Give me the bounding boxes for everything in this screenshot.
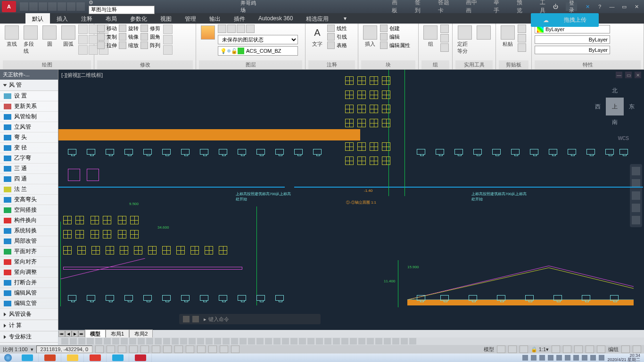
trim-icon[interactable] xyxy=(140,25,148,32)
otrack-icon[interactable] xyxy=(163,346,172,353)
offset-icon[interactable] xyxy=(163,45,173,55)
command-input[interactable]: 键入命令 xyxy=(208,316,229,323)
list-item[interactable]: 法 兰 xyxy=(0,184,58,195)
tab-insert[interactable]: 插入 xyxy=(50,13,74,24)
block-edit-icon[interactable] xyxy=(380,33,388,41)
qat-new-icon[interactable] xyxy=(20,2,28,11)
aux-icon[interactable] xyxy=(409,338,416,345)
sb-icon[interactable] xyxy=(520,346,528,353)
aux-icon[interactable] xyxy=(172,338,179,345)
tray-icon[interactable] xyxy=(599,355,604,361)
measure-button[interactable]: 定距等分 xyxy=(455,25,474,56)
list-item[interactable]: 平面对齐 xyxy=(0,247,58,257)
aux-icon[interactable] xyxy=(95,338,102,345)
app-tab[interactable]: 签到 xyxy=(415,0,425,15)
tray-icon[interactable] xyxy=(573,355,579,361)
lineweight-select[interactable]: ByLayer xyxy=(535,46,610,54)
aux-icon[interactable] xyxy=(358,338,365,345)
list-item[interactable]: 竖向对齐 xyxy=(0,257,58,267)
tray-icon[interactable] xyxy=(590,355,596,361)
taskbar-app[interactable] xyxy=(84,354,107,362)
list-item[interactable]: 三 通 xyxy=(0,164,58,174)
layer-lock-icon[interactable] xyxy=(237,25,245,33)
exchange-icon[interactable]: ✕ xyxy=(582,2,593,11)
array-icon[interactable] xyxy=(140,41,148,49)
paste-button[interactable]: 粘贴 xyxy=(499,25,517,49)
taskbar-app[interactable] xyxy=(39,354,61,362)
app-tab[interactable]: 举手 xyxy=(494,0,504,15)
sc-icon[interactable] xyxy=(231,346,239,353)
list-item[interactable]: 编辑立管 xyxy=(0,298,58,309)
block-create-icon[interactable] xyxy=(380,25,388,32)
tray-icon[interactable] xyxy=(548,355,553,361)
lwt-icon[interactable] xyxy=(197,346,206,353)
aux-icon[interactable] xyxy=(333,338,340,345)
aux-icon[interactable] xyxy=(239,338,247,345)
aux-icon[interactable] xyxy=(324,338,331,345)
revision-icon[interactable] xyxy=(78,45,88,55)
maximize-icon[interactable]: ▭ xyxy=(619,2,630,11)
aux-icon[interactable] xyxy=(392,338,399,345)
aux-icon[interactable] xyxy=(214,338,221,345)
palette-category[interactable]: 计 算 xyxy=(0,320,58,331)
tray-icon[interactable] xyxy=(582,355,587,361)
tab-prev-icon[interactable]: ◀ xyxy=(65,330,72,337)
group-button[interactable]: 组 xyxy=(421,25,439,49)
tab-next-icon[interactable]: ▶ xyxy=(72,330,78,337)
copyclip-icon[interactable] xyxy=(518,34,526,42)
list-item[interactable]: 系统转换 xyxy=(0,226,58,236)
table-icon[interactable] xyxy=(327,41,335,49)
circle-button[interactable]: 圆 xyxy=(41,25,58,49)
block-attr-icon[interactable] xyxy=(380,41,388,49)
explode-icon[interactable] xyxy=(163,35,173,44)
tab-autodesk360[interactable]: Autodesk 360 xyxy=(252,13,299,24)
cmd-close-icon[interactable] xyxy=(183,316,190,322)
aux-icon[interactable] xyxy=(375,338,382,345)
dyn-icon[interactable] xyxy=(186,346,194,353)
layout-tab-model[interactable]: 模型 xyxy=(85,329,106,338)
list-item[interactable]: 弯 头 xyxy=(0,132,58,143)
aux-icon[interactable] xyxy=(78,338,85,345)
aux-icon[interactable] xyxy=(341,338,348,345)
list-item[interactable]: 立风管 xyxy=(0,122,58,132)
tray-icon[interactable] xyxy=(531,355,537,361)
taskbar-app[interactable] xyxy=(16,354,39,362)
help-icon[interactable]: ? xyxy=(594,2,605,11)
tpy-icon[interactable] xyxy=(208,346,217,353)
stretch-icon[interactable] xyxy=(97,41,105,49)
aux-icon[interactable] xyxy=(112,338,119,345)
aux-icon[interactable] xyxy=(129,338,136,345)
list-item[interactable]: 变 径 xyxy=(0,143,58,153)
aux-icon[interactable] xyxy=(265,338,272,345)
taskbar-app[interactable] xyxy=(61,354,84,362)
aux-icon[interactable] xyxy=(256,338,264,345)
tab-addins[interactable]: 插件 xyxy=(227,13,252,24)
aux-icon[interactable] xyxy=(70,338,77,345)
tab-output[interactable]: 输出 xyxy=(203,13,227,24)
qat-undo-icon[interactable] xyxy=(67,2,75,11)
tray-icon[interactable] xyxy=(539,355,545,361)
text-button[interactable]: A文字 xyxy=(308,25,326,49)
list-item[interactable]: 更新关系 xyxy=(0,101,58,112)
sb-icon[interactable] xyxy=(621,346,630,353)
layout-tab-1[interactable]: 布局1 xyxy=(106,329,129,338)
rect-icon[interactable] xyxy=(78,25,88,34)
ducs-icon[interactable] xyxy=(174,346,183,353)
dim-linear-icon[interactable] xyxy=(327,25,335,32)
aux-icon[interactable] xyxy=(273,338,281,345)
layer-props-button[interactable] xyxy=(199,25,217,41)
palette-category[interactable]: 风 管 xyxy=(0,80,58,91)
aux-icon[interactable] xyxy=(290,338,297,345)
aux-icon[interactable] xyxy=(223,338,230,345)
qp-icon[interactable] xyxy=(220,346,228,353)
tab-expand-icon[interactable]: ▾ xyxy=(337,13,353,24)
arc-button[interactable]: 圆弧 xyxy=(59,25,77,49)
tab-parametric[interactable]: 参数化 xyxy=(124,13,154,24)
qat-plot-icon[interactable] xyxy=(58,2,66,11)
layer-off-icon[interactable] xyxy=(218,25,226,33)
layer-state-select[interactable]: 未保存的图层状态 xyxy=(218,35,298,44)
sb-icon[interactable] xyxy=(508,346,517,353)
sb-icon[interactable] xyxy=(563,346,571,353)
list-item[interactable]: 编辑风管 xyxy=(0,288,58,298)
taskbar-app[interactable] xyxy=(107,354,129,362)
